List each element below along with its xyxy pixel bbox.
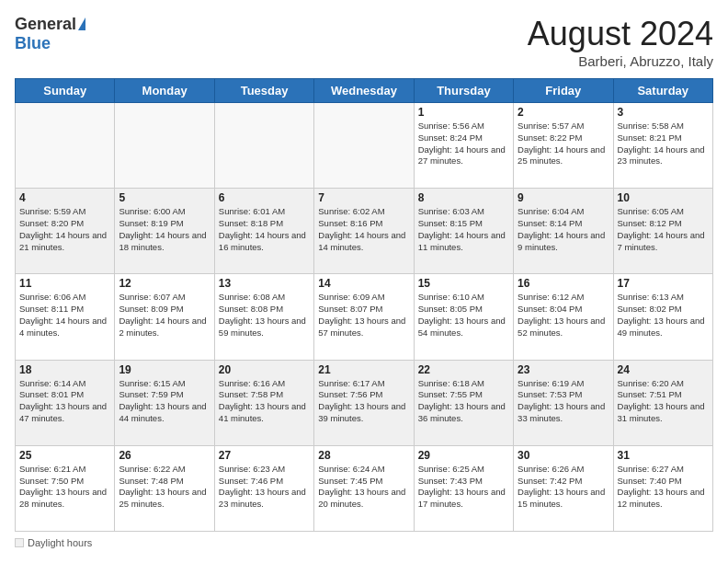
day-number: 15: [418, 277, 509, 290]
calendar-day-cell: 21Sunrise: 6:17 AM Sunset: 7:56 PM Dayli…: [314, 360, 414, 445]
logo-blue-text: Blue: [15, 34, 51, 53]
calendar-day-cell: [214, 103, 313, 189]
calendar-day-cell: 30Sunrise: 6:26 AM Sunset: 7:42 PM Dayli…: [514, 445, 613, 531]
calendar-day-cell: 19Sunrise: 6:15 AM Sunset: 7:59 PM Dayli…: [115, 360, 214, 445]
logo-triangle-icon: [78, 17, 85, 30]
day-number: 11: [19, 277, 110, 290]
day-number: 21: [318, 363, 409, 376]
day-number: 10: [618, 191, 709, 204]
day-number: 4: [19, 191, 110, 204]
day-number: 18: [19, 363, 110, 376]
day-info: Sunrise: 6:02 AM Sunset: 8:16 PM Dayligh…: [318, 206, 409, 253]
day-number: 2: [518, 106, 609, 119]
day-info: Sunrise: 5:58 AM Sunset: 8:21 PM Dayligh…: [618, 121, 709, 167]
calendar-day-cell: 31Sunrise: 6:27 AM Sunset: 7:40 PM Dayli…: [613, 445, 712, 531]
calendar-day-cell: 24Sunrise: 6:20 AM Sunset: 7:51 PM Dayli…: [613, 360, 712, 445]
day-info: Sunrise: 6:23 AM Sunset: 7:46 PM Dayligh…: [219, 464, 310, 511]
day-info: Sunrise: 6:10 AM Sunset: 8:05 PM Dayligh…: [418, 292, 509, 339]
day-info: Sunrise: 6:21 AM Sunset: 7:50 PM Dayligh…: [19, 464, 110, 511]
calendar-day-cell: 17Sunrise: 6:13 AM Sunset: 8:02 PM Dayli…: [613, 274, 712, 360]
calendar-day-cell: 22Sunrise: 6:18 AM Sunset: 7:55 PM Dayli…: [414, 360, 513, 445]
day-info: Sunrise: 6:22 AM Sunset: 7:48 PM Dayligh…: [119, 464, 210, 511]
day-info: Sunrise: 6:25 AM Sunset: 7:43 PM Dayligh…: [418, 464, 509, 511]
day-info: Sunrise: 6:01 AM Sunset: 8:18 PM Dayligh…: [219, 206, 310, 253]
day-number: 30: [518, 449, 609, 462]
logo-general-text: General: [15, 15, 76, 34]
calendar-day-cell: 5Sunrise: 6:00 AM Sunset: 8:19 PM Daylig…: [115, 189, 214, 274]
weekday-header-tuesday: Tuesday: [214, 79, 313, 103]
day-info: Sunrise: 6:09 AM Sunset: 8:07 PM Dayligh…: [318, 292, 409, 339]
logo: General Blue: [15, 15, 85, 53]
day-info: Sunrise: 6:12 AM Sunset: 8:04 PM Dayligh…: [518, 292, 609, 339]
calendar-day-cell: 18Sunrise: 6:14 AM Sunset: 8:01 PM Dayli…: [16, 360, 115, 445]
calendar-week-row: 25Sunrise: 6:21 AM Sunset: 7:50 PM Dayli…: [16, 445, 713, 531]
page: General Blue August 2024 Barberi, Abruzz…: [0, 0, 728, 563]
header: General Blue August 2024 Barberi, Abruzz…: [15, 15, 713, 69]
day-info: Sunrise: 6:15 AM Sunset: 7:59 PM Dayligh…: [119, 378, 210, 425]
calendar-week-row: 18Sunrise: 6:14 AM Sunset: 8:01 PM Dayli…: [16, 360, 713, 445]
day-info: Sunrise: 5:56 AM Sunset: 8:24 PM Dayligh…: [418, 121, 509, 167]
day-info: Sunrise: 6:00 AM Sunset: 8:19 PM Dayligh…: [119, 206, 210, 253]
calendar-day-cell: 13Sunrise: 6:08 AM Sunset: 8:08 PM Dayli…: [214, 274, 313, 360]
calendar-day-cell: [16, 103, 115, 189]
day-number: 16: [518, 277, 609, 290]
day-info: Sunrise: 6:17 AM Sunset: 7:56 PM Dayligh…: [318, 378, 409, 425]
day-number: 8: [418, 191, 509, 204]
calendar-day-cell: 8Sunrise: 6:03 AM Sunset: 8:15 PM Daylig…: [414, 189, 513, 274]
calendar-week-row: 11Sunrise: 6:06 AM Sunset: 8:11 PM Dayli…: [16, 274, 713, 360]
calendar-day-cell: 27Sunrise: 6:23 AM Sunset: 7:46 PM Dayli…: [214, 445, 313, 531]
calendar-day-cell: 4Sunrise: 5:59 AM Sunset: 8:20 PM Daylig…: [16, 189, 115, 274]
day-number: 24: [618, 363, 709, 376]
day-info: Sunrise: 6:26 AM Sunset: 7:42 PM Dayligh…: [518, 464, 609, 511]
weekday-header-wednesday: Wednesday: [314, 79, 414, 103]
day-number: 31: [618, 449, 709, 462]
calendar-day-cell: 15Sunrise: 6:10 AM Sunset: 8:05 PM Dayli…: [414, 274, 513, 360]
calendar-day-cell: 23Sunrise: 6:19 AM Sunset: 7:53 PM Dayli…: [514, 360, 613, 445]
day-number: 14: [318, 277, 409, 290]
day-info: Sunrise: 6:19 AM Sunset: 7:53 PM Dayligh…: [518, 378, 609, 425]
day-info: Sunrise: 6:24 AM Sunset: 7:45 PM Dayligh…: [318, 464, 409, 511]
calendar-day-cell: 12Sunrise: 6:07 AM Sunset: 8:09 PM Dayli…: [115, 274, 214, 360]
day-number: 22: [418, 363, 509, 376]
weekday-header-row: SundayMondayTuesdayWednesdayThursdayFrid…: [16, 79, 713, 103]
day-info: Sunrise: 6:18 AM Sunset: 7:55 PM Dayligh…: [418, 378, 509, 425]
calendar-day-cell: 28Sunrise: 6:24 AM Sunset: 7:45 PM Dayli…: [314, 445, 414, 531]
weekday-header-monday: Monday: [115, 79, 214, 103]
calendar-day-cell: 6Sunrise: 6:01 AM Sunset: 8:18 PM Daylig…: [214, 189, 313, 274]
day-number: 1: [418, 106, 509, 119]
day-number: 5: [119, 191, 210, 204]
day-info: Sunrise: 6:08 AM Sunset: 8:08 PM Dayligh…: [219, 292, 310, 339]
calendar-day-cell: 2Sunrise: 5:57 AM Sunset: 8:22 PM Daylig…: [514, 103, 613, 189]
calendar-day-cell: [115, 103, 214, 189]
calendar-day-cell: 20Sunrise: 6:16 AM Sunset: 7:58 PM Dayli…: [214, 360, 313, 445]
day-info: Sunrise: 5:59 AM Sunset: 8:20 PM Dayligh…: [19, 206, 110, 253]
day-number: 19: [119, 363, 210, 376]
calendar-day-cell: [314, 103, 414, 189]
day-number: 12: [119, 277, 210, 290]
weekday-header-saturday: Saturday: [613, 79, 712, 103]
day-info: Sunrise: 6:20 AM Sunset: 7:51 PM Dayligh…: [618, 378, 709, 425]
calendar-day-cell: 7Sunrise: 6:02 AM Sunset: 8:16 PM Daylig…: [314, 189, 414, 274]
day-number: 28: [318, 449, 409, 462]
calendar-table: SundayMondayTuesdayWednesdayThursdayFrid…: [15, 78, 713, 532]
calendar-day-cell: 16Sunrise: 6:12 AM Sunset: 8:04 PM Dayli…: [514, 274, 613, 360]
day-number: 20: [219, 363, 310, 376]
day-number: 3: [618, 106, 709, 119]
day-number: 27: [219, 449, 310, 462]
day-info: Sunrise: 6:04 AM Sunset: 8:14 PM Dayligh…: [518, 206, 609, 253]
daylight-indicator: [15, 538, 24, 547]
weekday-header-thursday: Thursday: [414, 79, 513, 103]
calendar-day-cell: 1Sunrise: 5:56 AM Sunset: 8:24 PM Daylig…: [414, 103, 513, 189]
day-number: 25: [19, 449, 110, 462]
weekday-header-sunday: Sunday: [16, 79, 115, 103]
day-number: 9: [518, 191, 609, 204]
day-info: Sunrise: 6:06 AM Sunset: 8:11 PM Dayligh…: [19, 292, 110, 339]
calendar-day-cell: 10Sunrise: 6:05 AM Sunset: 8:12 PM Dayli…: [613, 189, 712, 274]
day-number: 6: [219, 191, 310, 204]
weekday-header-friday: Friday: [514, 79, 613, 103]
day-info: Sunrise: 6:03 AM Sunset: 8:15 PM Dayligh…: [418, 206, 509, 253]
location-subtitle: Barberi, Abruzzo, Italy: [528, 53, 713, 69]
day-info: Sunrise: 6:05 AM Sunset: 8:12 PM Dayligh…: [618, 206, 709, 253]
calendar-week-row: 1Sunrise: 5:56 AM Sunset: 8:24 PM Daylig…: [16, 103, 713, 189]
title-area: August 2024 Barberi, Abruzzo, Italy: [528, 15, 713, 69]
